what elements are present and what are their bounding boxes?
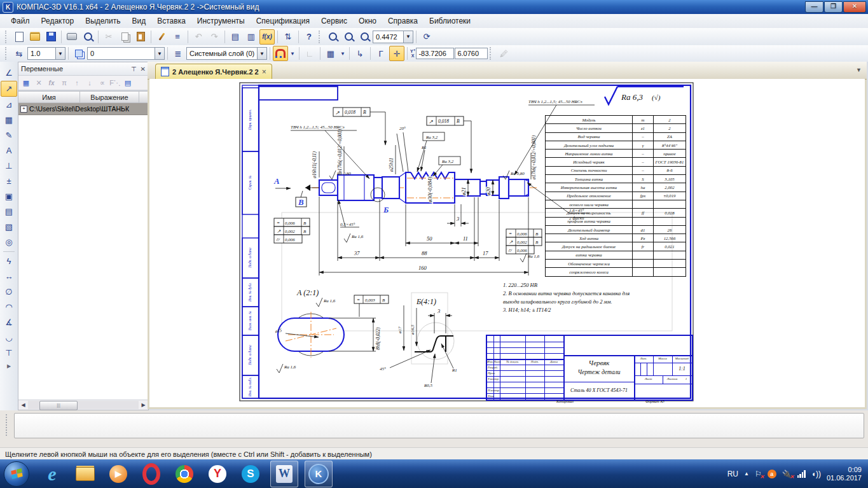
- hidden-icons-icon[interactable]: ▲: [744, 471, 749, 477]
- save-button[interactable]: [43, 29, 59, 45]
- corner-mode-button[interactable]: Γ: [373, 46, 389, 61]
- media-player-icon[interactable]: ▶: [105, 461, 132, 487]
- tool-angle-dimension-icon[interactable]: ∡: [1, 315, 17, 330]
- chevron-down-icon[interactable]: ▼: [403, 31, 413, 43]
- layer-number-combo[interactable]: 0 ▼: [87, 47, 165, 60]
- menu-insert[interactable]: Вставка: [151, 15, 191, 27]
- expander-icon[interactable]: +: [20, 106, 27, 113]
- tool-tolerance-icon[interactable]: ±: [1, 174, 17, 188]
- word-taskbar-button[interactable]: W: [270, 461, 298, 487]
- tool-grid-icon[interactable]: ▦: [1, 113, 17, 127]
- zoom-scale-combo[interactable]: 0.4472 ▼: [373, 31, 413, 43]
- document-tab[interactable]: 2 Алещенко Я.Червяк.2 2 ×: [155, 64, 272, 79]
- file-explorer-icon[interactable]: [72, 461, 99, 487]
- kompas-taskbar-button[interactable]: K: [305, 461, 333, 487]
- menu-tools[interactable]: Инструменты: [191, 15, 251, 27]
- current-layer-combo[interactable]: Системный слой (0) ▼: [186, 47, 267, 60]
- chevron-down-icon[interactable]: ▼: [339, 46, 347, 61]
- tool-spiral-icon[interactable]: ◎: [1, 235, 17, 249]
- variables-hscrollbar[interactable]: ◀ ||| ▶: [18, 400, 148, 410]
- var-move-down-icon[interactable]: ↓: [84, 77, 95, 88]
- var-table-icon[interactable]: ▦: [20, 77, 32, 88]
- tool-linear-dimension-icon[interactable]: ↔: [1, 269, 17, 284]
- scroll-left-icon[interactable]: ◀: [18, 402, 28, 408]
- clock[interactable]: 0:09 01.06.2017: [827, 466, 862, 482]
- rebuild-button[interactable]: ⟳: [419, 29, 434, 45]
- tab-close-icon[interactable]: ×: [262, 67, 266, 76]
- menu-editor[interactable]: Редактор: [36, 15, 80, 27]
- property-bar[interactable]: [14, 413, 864, 438]
- scroll-thumb[interactable]: |||: [39, 401, 78, 410]
- var-move-up-icon[interactable]: ↑: [71, 77, 83, 88]
- paste-icon[interactable]: [133, 29, 148, 45]
- power-icon[interactable]: 🔌✕: [782, 470, 792, 478]
- menu-window[interactable]: Окно: [353, 15, 382, 27]
- column-header-name[interactable]: Имя: [18, 91, 80, 103]
- open-document-button[interactable]: [27, 29, 43, 45]
- action-center-icon[interactable]: ⚐✕: [755, 470, 762, 478]
- volume-icon[interactable]: ◖)): [811, 470, 821, 478]
- spec-list-icon[interactable]: ≡: [170, 29, 185, 45]
- tool-table-icon[interactable]: ▤: [1, 204, 17, 219]
- var-func-tree-icon[interactable]: F⋱: [109, 77, 121, 88]
- close-icon[interactable]: ✕: [141, 66, 146, 73]
- tool-quick-dimension-icon[interactable]: ϟ: [1, 254, 17, 268]
- undo-button[interactable]: ↶: [191, 29, 206, 45]
- tool-datum-icon[interactable]: ⊤: [1, 345, 17, 360]
- chevron-down-icon[interactable]: ▼: [289, 46, 296, 61]
- column-header-expression[interactable]: Выражение: [80, 91, 139, 103]
- tool-hatch-icon[interactable]: ▧: [1, 220, 17, 234]
- panel-overflow-icon[interactable]: ▶: [7, 363, 11, 369]
- rounding-snap-button[interactable]: ✛: [389, 46, 404, 61]
- snap-magnet-button[interactable]: [273, 46, 288, 61]
- copy-icon[interactable]: [117, 29, 132, 45]
- close-button[interactable]: ✕: [843, 1, 866, 13]
- restore-button[interactable]: ❐: [824, 1, 843, 13]
- tool-dimensions-icon[interactable]: ↗: [1, 81, 17, 97]
- tool-parametrize-icon[interactable]: A: [1, 143, 17, 158]
- network-icon[interactable]: [797, 470, 806, 478]
- pin-icon[interactable]: ⊤: [131, 66, 137, 73]
- cursor-step-combo[interactable]: 1.0 ▼: [27, 47, 65, 60]
- menu-help[interactable]: Справка: [382, 15, 424, 27]
- variable-row[interactable]: + C:\Users\Skitel\Desktop\ШТАНЬК: [18, 103, 148, 115]
- tool-measure-icon[interactable]: ∠: [1, 66, 17, 80]
- zoom-document-button[interactable]: [325, 29, 340, 45]
- renumber-button[interactable]: ⇅: [280, 29, 296, 45]
- chrome-icon[interactable]: [171, 461, 198, 487]
- zoom-area-button[interactable]: [341, 29, 356, 45]
- toolbar-grip[interactable]: [5, 47, 10, 60]
- internet-explorer-icon[interactable]: e: [39, 461, 65, 487]
- tool-radial-dimension-icon[interactable]: ◠: [1, 300, 17, 314]
- antivirus-icon[interactable]: a: [768, 470, 776, 478]
- chevron-down-icon[interactable]: ▼: [155, 48, 164, 59]
- menu-libraries[interactable]: Библиотеки: [424, 15, 476, 27]
- variables-window-button[interactable]: ▥: [244, 29, 259, 45]
- tab-list-icon[interactable]: ▼: [856, 67, 862, 73]
- var-fx-icon[interactable]: fx: [46, 77, 57, 88]
- tool-views-icon[interactable]: ▣: [1, 189, 17, 204]
- property-bar-grip[interactable]: [6, 414, 10, 436]
- var-pi-icon[interactable]: π: [59, 77, 70, 88]
- new-document-button[interactable]: [11, 29, 27, 45]
- tool-perpendicular-icon[interactable]: ⊥: [1, 158, 17, 173]
- var-delete-icon[interactable]: ✕: [33, 77, 45, 88]
- layers-icon[interactable]: [71, 46, 86, 61]
- document-manager-button[interactable]: ▤: [228, 29, 243, 45]
- var-link-icon[interactable]: ∝: [97, 77, 108, 88]
- opera-icon[interactable]: [138, 461, 165, 487]
- scroll-right-icon[interactable]: ▶: [139, 402, 148, 408]
- grid-button[interactable]: ▦: [323, 46, 338, 61]
- chevron-down-icon[interactable]: ▼: [55, 48, 65, 59]
- drawing-canvas[interactable]: Перв. примен. Справ. № Подп. и дата Инв.…: [149, 79, 865, 407]
- tool-arc-dimension-icon[interactable]: ◡: [1, 330, 17, 345]
- copy-properties-button[interactable]: [154, 29, 169, 45]
- skype-icon[interactable]: S: [237, 461, 264, 487]
- coord-x-field[interactable]: 6.0760: [455, 48, 488, 59]
- var-report-icon[interactable]: ▤: [122, 77, 134, 88]
- language-indicator[interactable]: RU: [727, 470, 738, 478]
- context-help-button[interactable]: ?: [301, 29, 317, 45]
- fx-variables-button[interactable]: f(x): [259, 29, 275, 45]
- cut-icon[interactable]: ✂: [101, 29, 116, 45]
- tool-diameter-dimension-icon[interactable]: ∅: [1, 284, 17, 299]
